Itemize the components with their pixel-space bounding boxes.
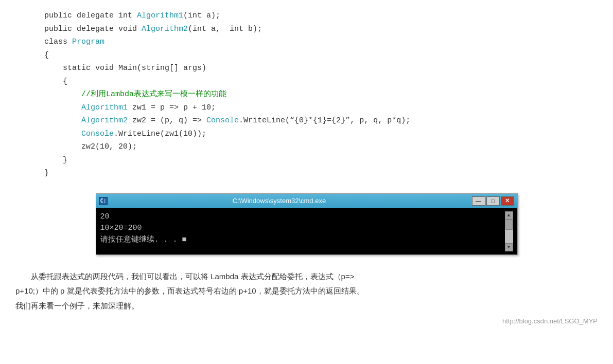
- code-line-8: Algorithm1 zw1 = p => p + 10;: [26, 101, 598, 115]
- cmd-scroll-down-button[interactable]: ▼: [505, 243, 513, 251]
- cmd-controls: — □ ✕: [472, 196, 514, 206]
- cmd-output-line-1: 20: [100, 211, 505, 223]
- code-line-12: }: [26, 154, 598, 167]
- page-container: public delegate int Algorithm1(int a); p…: [0, 0, 613, 364]
- cmd-wrapper: C: C:\Windows\system32\cmd.exe — □ ✕: [15, 193, 598, 255]
- cmd-minimize-button[interactable]: —: [472, 196, 485, 206]
- code-line-6: {: [26, 75, 598, 88]
- cmd-close-button[interactable]: ✕: [501, 196, 514, 206]
- footer-link: http://blog.csdn.net/LSGO_MYP: [15, 315, 598, 328]
- code-line-7: //利用Lambda表达式来写一模一样的功能: [26, 88, 598, 101]
- cmd-icon: C:: [99, 197, 108, 205]
- cmd-icon-label: C:: [100, 198, 106, 204]
- cmd-output-line-3: 请按任意键继续. . . ■: [100, 234, 505, 246]
- cmd-scrollbar[interactable]: ▲ ▼: [505, 211, 513, 251]
- cmd-body: 20 10×20=200 请按任意键继续. . . ■ ▲ ▼: [96, 208, 517, 254]
- cmd-output-line-2: 10×20=200: [100, 223, 505, 234]
- para-section: 从委托跟表达式的两段代码，我们可以看出，可以将 Lambda 表达式分配给委托，…: [15, 264, 598, 328]
- code-line-9: Algorithm2 zw2 = (p, q) => Console.Write…: [26, 114, 598, 128]
- cmd-title-text: C:\Windows\system32\cmd.exe: [108, 197, 451, 205]
- para-line-2: p+10;）中的 p 就是代表委托方法中的参数，而表达式符号右边的 p+10，就…: [15, 284, 598, 299]
- para-line-3: 我们再来看一个例子，来加深理解。: [15, 299, 598, 314]
- cmd-scroll-up-button[interactable]: ▲: [505, 211, 513, 220]
- code-block: public delegate int Algorithm1(int a); p…: [15, 5, 598, 184]
- cmd-output: 20 10×20=200 请按任意键继续. . . ■: [100, 211, 505, 251]
- cmd-scroll-thumb[interactable]: [505, 220, 513, 230]
- code-line-10: Console.WriteLine(zw1(10));: [26, 128, 598, 141]
- cmd-title-icon-group: C:: [99, 197, 108, 205]
- code-line-3: class Program: [26, 35, 598, 49]
- code-line-4: {: [26, 49, 598, 62]
- code-line-1: public delegate int Algorithm1(int a);: [26, 9, 598, 23]
- cmd-maximize-button[interactable]: □: [486, 196, 500, 206]
- code-line-11: zw2(10, 20);: [26, 140, 598, 154]
- cmd-titlebar: C: C:\Windows\system32\cmd.exe — □ ✕: [96, 194, 517, 208]
- cmd-window: C: C:\Windows\system32\cmd.exe — □ ✕: [96, 193, 518, 255]
- para-line-1: 从委托跟表达式的两段代码，我们可以看出，可以将 Lambda 表达式分配给委托，…: [15, 269, 598, 284]
- code-line-5: static void Main(string[] args): [26, 62, 598, 75]
- code-line-2: public delegate void Algorithm2(int a, i…: [26, 23, 598, 36]
- cmd-scroll-track: [505, 220, 513, 243]
- code-line-13: }: [26, 167, 598, 180]
